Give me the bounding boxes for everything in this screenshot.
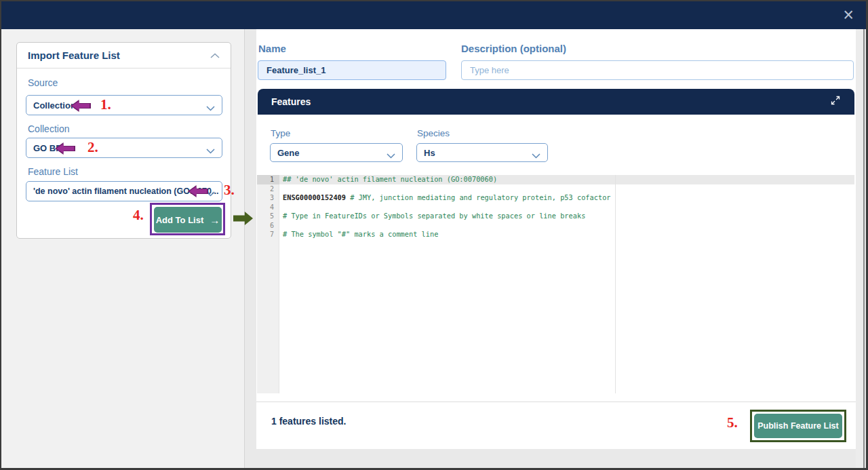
dialog-titlebar: × [1,1,866,29]
editor-line[interactable]: 2 [257,184,854,194]
species-select[interactable]: Hs [416,143,548,162]
editor-line[interactable]: 1## 'de novo' actin filament nucleation … [257,175,854,184]
features-count-status: 1 features listed. [271,416,347,427]
line-number: 3 [257,193,279,203]
window-border [0,0,868,1]
annotation-box-add-to-list [150,203,225,235]
card-header: Import Feature List [17,43,231,68]
annotation-box-publish [750,410,846,442]
line-content: ENSG00000152409 # JMY, junction mediatin… [279,193,854,203]
line-number: 1 [257,175,279,184]
chevron-down-icon [387,151,395,161]
features-header-bar: Features [258,89,854,115]
print-margin-line [615,175,616,393]
chevron-up-icon[interactable] [210,50,220,62]
feature-list-label: Feature List [28,166,78,177]
description-input[interactable] [461,60,854,80]
line-number: 6 [257,221,279,231]
line-number: 5 [257,212,279,221]
line-content: # Type in FeatureIDs or Symbols separate… [279,212,854,221]
expand-icon[interactable] [830,95,841,109]
line-content [279,184,854,194]
right-margin-strip [856,29,863,468]
annotation-step-5: 5. [727,414,738,431]
line-number: 2 [257,184,279,194]
type-select[interactable]: Gene [270,143,403,162]
line-content: ## 'de novo' actin filament nucleation (… [279,175,854,184]
type-label: Type [271,128,290,138]
editor-line[interactable]: 3ENSG00000152409 # JMY, junction mediati… [257,193,854,203]
name-input[interactable] [258,60,446,80]
name-label: Name [258,43,286,54]
line-content: # The symbol "#" marks a comment line [279,230,854,239]
line-content [279,203,854,212]
source-label: Source [28,77,58,88]
editor-line[interactable]: 4 [257,203,854,212]
description-label: Description (optional) [461,43,566,54]
line-number: 4 [257,203,279,212]
line-number: 7 [257,230,279,239]
card-title: Import Feature List [28,50,120,61]
annotation-step-2: 2. [87,139,98,156]
chevron-down-icon [206,103,215,113]
source-select[interactable]: Collections [26,95,222,115]
species-select-value: Hs [424,148,435,158]
editor-line[interactable]: 6 [257,221,854,231]
editor-line[interactable]: 5# Type in FeatureIDs or Symbols separat… [257,212,854,221]
chevron-down-icon [532,151,540,161]
collection-select[interactable]: GO BP [26,138,222,158]
editor-line[interactable]: 7# The symbol "#" marks a comment line [257,230,854,239]
species-label: Species [417,128,450,138]
annotation-step-1: 1. [100,96,111,113]
scrollbar-line[interactable] [863,29,865,468]
footer-divider [256,402,856,402]
features-header-title: Features [271,96,311,107]
annotation-step-4: 4. [133,207,144,224]
collection-label: Collection [28,123,69,134]
line-content [279,221,854,231]
type-select-value: Gene [277,148,300,158]
chevron-down-icon [206,146,215,156]
annotation-step-3: 3. [224,182,235,199]
import-feature-list-dialog: × Import Feature List Source Collections… [0,0,868,470]
code-editor[interactable]: 1## 'de novo' actin filament nucleation … [257,175,854,393]
close-icon[interactable]: × [843,4,854,26]
window-border [0,0,1,470]
